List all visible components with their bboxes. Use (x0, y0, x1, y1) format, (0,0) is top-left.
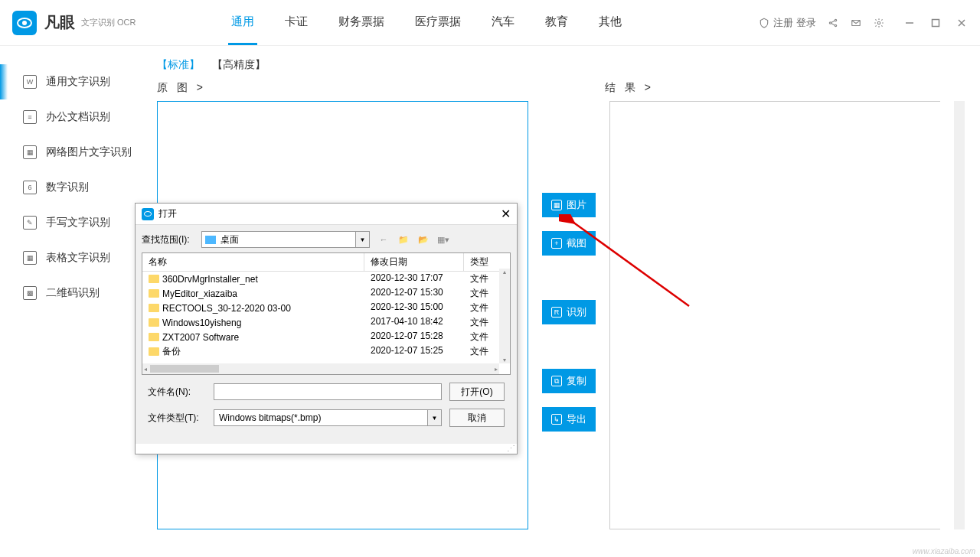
file-row[interactable]: 备份2020-12-07 15:25文件 (142, 344, 510, 359)
file-row[interactable]: ZXT2007 Software2020-12-07 15:28文件 (142, 330, 510, 344)
file-type-row: 文件类型(T): Windows bitmaps(*.bmp) ▼ 取消 (148, 409, 505, 427)
back-button[interactable]: ← (376, 232, 391, 247)
dialog-title-text: 打开 (158, 207, 177, 220)
look-in-value: 桌面 (220, 233, 239, 246)
open-button[interactable]: 打开(O) (449, 383, 505, 401)
file-type-value: Windows bitmaps(*.bmp) (219, 412, 321, 423)
sidebar-label: 办公文档识别 (46, 110, 110, 124)
mode-tab-high-precision[interactable]: 【高精度】 (212, 58, 266, 72)
qrcode-icon: ▩ (23, 286, 37, 300)
sidebar-item-handwriting[interactable]: ✎手写文字识别 (0, 205, 142, 240)
col-date[interactable]: 修改日期 (364, 253, 464, 271)
dialog-close-button[interactable]: ✕ (501, 207, 511, 221)
folder-icon (149, 275, 159, 283)
doc-lines-icon: ≡ (23, 110, 37, 124)
mail-icon[interactable] (850, 17, 862, 29)
register-text: 注册 (773, 16, 793, 30)
screenshot-icon: + (551, 238, 562, 249)
file-row[interactable]: 360DrvMgrInstaller_net2020-12-30 17:07文件 (142, 272, 510, 286)
action-image-button[interactable]: ▦图片 (542, 193, 596, 217)
image-icon: ▦ (551, 200, 562, 210)
btn-label: 截图 (567, 236, 586, 250)
file-name: ZXT2007 Software (162, 332, 239, 343)
file-row[interactable]: MyEditor_xiazaiba2020-12-07 15:30文件 (142, 286, 510, 301)
file-list-hscroll[interactable]: ◂▸ (142, 363, 499, 374)
nav-general[interactable]: 通用 (228, 1, 257, 45)
file-list-header[interactable]: 名称 修改日期 类型 (142, 253, 510, 272)
sidebar-item-table[interactable]: ▦表格文字识别 (0, 240, 142, 275)
look-in-combo[interactable]: 桌面 ▼ (201, 231, 370, 248)
action-column: ▦图片 +截图 R识别 ⧉复制 ↳导出 (542, 101, 596, 529)
result-scrollbar[interactable] (954, 101, 965, 529)
sidebar-item-office-doc[interactable]: ≡办公文档识别 (0, 99, 142, 135)
app-subtitle: 文字识别 OCR (81, 17, 136, 28)
desktop-icon (205, 236, 216, 244)
svg-rect-6 (933, 19, 939, 26)
hscroll-thumb[interactable] (150, 365, 219, 373)
sidebar-item-web-image[interactable]: ▦网络图片文字识别 (0, 135, 142, 170)
action-screenshot-button[interactable]: +截图 (542, 231, 596, 256)
number-icon: 6 (23, 181, 37, 194)
register-login[interactable]: 注册 登录 (758, 16, 816, 30)
gear-icon[interactable] (873, 17, 885, 29)
folder-icon (149, 304, 159, 312)
shield-icon (758, 17, 770, 29)
resize-grip-icon[interactable]: ⋰ (136, 444, 517, 454)
app-logo (12, 11, 37, 35)
watermark: www.xiazaiba.com (913, 547, 975, 555)
col-name[interactable]: 名称 (142, 253, 364, 271)
folder-icon (149, 318, 159, 327)
svg-point-1 (835, 19, 836, 21)
look-in-row: 查找范围(I): 桌面 ▼ ← 📁 📂 ▦▾ (142, 231, 511, 248)
nav-other[interactable]: 其他 (596, 1, 625, 45)
file-name-input[interactable] (214, 383, 442, 400)
sidebar: W通用文字识别 ≡办公文档识别 ▦网络图片文字识别 6数字识别 ✎手写文字识别 … (0, 46, 142, 557)
dialog-app-icon (142, 208, 154, 220)
view-menu-button[interactable]: ▦▾ (436, 232, 451, 247)
chevron-down-icon[interactable]: ▼ (355, 232, 369, 247)
orig-label: 原 图 > (157, 81, 528, 95)
file-name: Windows10yisheng (162, 318, 241, 328)
minimize-button[interactable] (903, 17, 916, 29)
cancel-button[interactable]: 取消 (449, 409, 505, 427)
nav-education[interactable]: 教育 (542, 1, 571, 45)
folder-icon (149, 347, 159, 356)
nav-medical[interactable]: 医疗票据 (412, 1, 464, 45)
file-name: 备份 (162, 345, 181, 358)
open-dialog-titlebar[interactable]: 打开 ✕ (136, 204, 517, 225)
sidebar-label: 网络图片文字识别 (46, 145, 132, 159)
sidebar-item-number[interactable]: 6数字识别 (0, 170, 142, 205)
nav-finance[interactable]: 财务票据 (335, 1, 387, 45)
sidebar-item-qrcode[interactable]: ▩二维码识别 (0, 275, 142, 311)
export-icon: ↳ (551, 414, 562, 425)
file-list-vscroll[interactable]: ▴▾ (499, 269, 510, 363)
nav-card[interactable]: 卡证 (282, 1, 311, 45)
action-recognize-button[interactable]: R识别 (542, 300, 596, 324)
pencil-icon: ✎ (23, 216, 37, 230)
svg-point-0 (829, 21, 831, 23)
chevron-down-icon[interactable]: ▼ (427, 410, 441, 425)
action-copy-button[interactable]: ⧉复制 (542, 369, 596, 393)
eye-icon (17, 18, 32, 28)
maximize-button[interactable] (929, 17, 942, 29)
sidebar-item-general-text[interactable]: W通用文字识别 (0, 64, 142, 99)
new-folder-button[interactable]: 📂 (416, 232, 431, 247)
nav-car[interactable]: 汽车 (488, 1, 518, 45)
action-export-button[interactable]: ↳导出 (542, 407, 596, 432)
mode-tab-standard[interactable]: 【标准】 (157, 58, 200, 72)
login-text: 登录 (796, 16, 816, 30)
dialog-body: 查找范围(I): 桌面 ▼ ← 📁 📂 ▦▾ 名称 修改日期 类型 360Drv… (136, 225, 517, 444)
file-list[interactable]: 名称 修改日期 类型 360DrvMgrInstaller_net2020-12… (142, 252, 511, 375)
file-date: 2017-04-10 18:42 (364, 316, 464, 329)
btn-label: 图片 (567, 198, 586, 212)
table-icon: ▦ (23, 251, 37, 265)
file-row[interactable]: RECTOOLS_30-12-2020 03-002020-12-30 15:0… (142, 301, 510, 315)
up-folder-button[interactable]: 📁 (396, 232, 411, 247)
close-button[interactable] (956, 17, 968, 29)
file-row[interactable]: Windows10yisheng2017-04-10 18:42文件 (142, 315, 510, 330)
share-icon[interactable] (827, 17, 839, 29)
btn-label: 导出 (567, 412, 586, 426)
file-type-combo[interactable]: Windows bitmaps(*.bmp) ▼ (214, 409, 442, 426)
copy-icon: ⧉ (551, 376, 562, 386)
file-type-label: 文件类型(T): (148, 412, 206, 425)
